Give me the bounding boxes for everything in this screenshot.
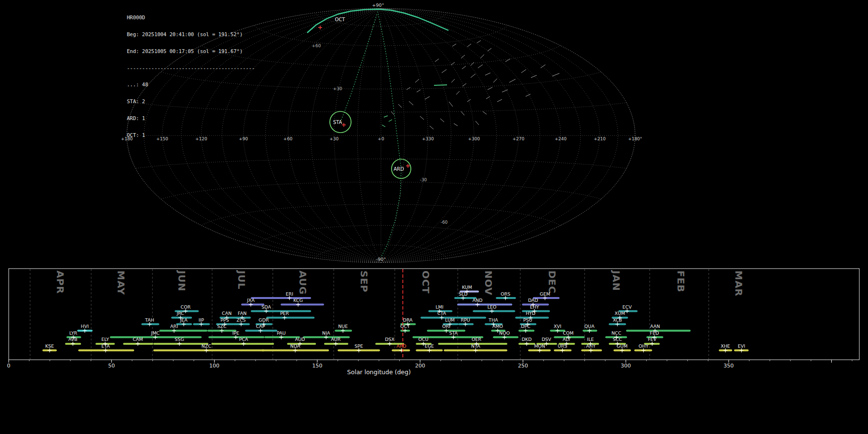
shower-label: ARI [170,324,178,329]
peak-marker [199,322,203,326]
shower-label: SCC [613,337,623,342]
peak-marker [615,322,619,326]
station-code: HR000D [127,15,255,21]
shower-cap: CAP [245,324,277,333]
peak-marker [287,296,291,300]
peak-marker [403,329,407,333]
shower-label: ORI [442,324,450,329]
shower-label: EVI [738,343,745,349]
peak-marker [172,329,176,333]
peak-marker [475,302,479,306]
x-tick-label: 100 [209,363,219,369]
shower-label: NOO [499,330,510,336]
shower-label: LUM [445,317,455,323]
peak-marker [625,309,629,313]
peak-marker [293,348,297,352]
peak-marker [136,342,140,346]
month-label: JAN [610,270,622,291]
shower-label: DSX [385,337,394,342]
shower-kse: KSE [42,343,57,353]
activity-bar [281,304,324,306]
peak-marker [283,316,286,320]
x-axis-title: Solar longitude (deg) [347,368,411,376]
peak-marker [388,342,392,346]
shower-label: EGE [425,343,434,349]
peak-marker [182,322,186,326]
north-pole-label: +90° [372,2,384,8]
peak-marker [723,348,727,352]
shower-label: OCU [418,337,428,342]
shower-label: OHY [638,343,649,349]
shower-label: DSV [542,337,551,342]
radiant-label: STA [333,120,342,125]
shower-bars: KUMERISLDORSGEMJXAKCGANDDADCORSDALMILEOE… [42,285,749,353]
shower-label: NTA [471,343,480,349]
shower-label: COM [563,330,573,336]
shower-label: AUR [331,337,340,342]
peak-marker [427,348,431,352]
latitude-label: -30 [420,177,427,182]
peak-marker [524,329,528,333]
longitude-label: +240 [555,136,567,141]
peak-marker [461,296,465,300]
month-label: FEB [675,271,687,293]
x-tick-label: 300 [621,363,631,369]
begin-time: Beg: 20251004 20:41:00 (sol = 191.52°) [127,32,255,38]
app-root: +180+150+120+90+60+30+0+330+300+270+240+… [0,0,868,434]
shower-label: CTA [437,311,447,316]
latitude-label: -60 [441,220,448,225]
shower-label: SSG [175,337,184,342]
peak-marker [296,302,300,306]
shower-label: DRA [403,317,413,323]
shower-xhe: XHE [719,343,732,353]
shower-label: SPE [354,343,363,349]
month-label: JUL [236,270,247,289]
month-label: OCT [420,271,432,294]
peak-marker [71,342,75,346]
month-label: SEP [358,271,370,293]
shower-label: RPU [461,317,470,323]
south-pole-label: -90° [376,257,386,262]
shower-ors: ORS [496,291,516,300]
shower-label: IPE [232,330,240,336]
shower-label: PCA [239,337,248,342]
shower-label: FEV [648,337,656,342]
shower-label: QUA [584,324,595,329]
count-oct: OCT: 1 [127,133,255,138]
shower-label: THA [488,317,498,323]
peak-marker [83,329,87,333]
peak-marker [234,335,238,339]
shower-label: IIP [199,317,204,323]
peak-marker [620,348,624,352]
shower-label: COR [181,304,191,310]
peak-marker [587,329,591,333]
shower-label: HYD [526,311,535,316]
count-ard: ARD: 1 [127,116,255,122]
longitude-label: +30 [329,136,339,141]
shower-label: GEM [540,291,550,297]
radiant-cross [318,26,322,29]
x-tick-label: 200 [415,363,425,369]
shower-tah: TAH [141,317,159,326]
shower-label: ZCS [236,317,245,323]
shower-label: ALY [563,337,571,342]
observation-summary: HR000D Beg: 20251004 20:41:00 (sol = 191… [127,4,255,149]
end-time: End: 20251005 00:17:05 (sol = 191.67°) [127,49,255,54]
peak-marker [242,342,245,346]
longitude-label: +180° [628,136,642,141]
peak-marker [249,302,253,306]
shower-label: GDR [258,317,269,323]
longitude-label: +0 [378,136,384,141]
shower-label: JMC [150,330,160,336]
peak-marker [204,348,208,352]
peak-marker [525,342,529,346]
shower-hvi: HVI [77,324,93,333]
shower-label: SLD [459,291,468,297]
shower-label: NCC [611,330,622,336]
month-label: JUN [176,270,188,291]
shower-label: SZC [217,324,227,329]
peak-marker [148,322,151,326]
shower-label: SDA [261,304,271,310]
peak-marker [324,335,328,339]
shower-label: AAN [650,324,660,329]
